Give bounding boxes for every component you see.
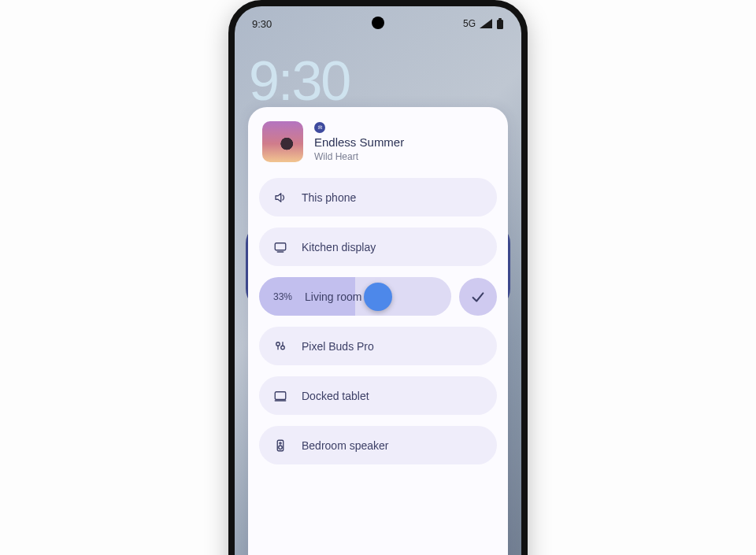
earbuds-icon [273, 339, 287, 353]
tablet-icon [273, 389, 287, 403]
app-logo-icon [314, 122, 325, 133]
phone-frame: 9:30 5G 9:30 [228, 0, 528, 555]
svg-rect-1 [498, 18, 502, 20]
status-bar: 9:30 5G [235, 16, 521, 31]
device-item-kitchen-display[interactable]: Kitchen display [259, 228, 497, 266]
speaker-icon [273, 191, 287, 205]
svg-point-11 [279, 446, 283, 450]
device-label: Kitchen display [302, 241, 376, 253]
device-label: Pixel Buds Pro [302, 340, 374, 353]
battery-icon [496, 18, 504, 29]
device-item-living-room-tv[interactable]: 33% Living room TV [259, 277, 451, 316]
speaker-box-icon [273, 438, 287, 453]
device-label: This phone [302, 191, 356, 204]
track-title: Endless Summer [314, 135, 404, 149]
cellular-icon [480, 19, 492, 28]
device-item-bedroom-speaker[interactable]: Bedroom speaker [259, 426, 497, 464]
device-item-this-phone[interactable]: This phone [259, 178, 497, 216]
display-icon [273, 240, 287, 254]
status-time: 9:30 [252, 18, 272, 30]
device-item-living-room-tv-row: 33% Living room TV [259, 277, 497, 316]
now-playing: Endless Summer Wild Heart [259, 121, 497, 165]
device-label: Bedroom speaker [302, 439, 389, 452]
volume-percent: 33% [273, 291, 294, 302]
screen: 9:30 5G 9:30 [235, 6, 521, 555]
device-item-docked-tablet[interactable]: Docked tablet [259, 376, 497, 415]
svg-rect-0 [497, 20, 503, 29]
confirm-device-button[interactable] [459, 278, 497, 316]
output-switcher-panel: Endless Summer Wild Heart This phone [248, 107, 508, 555]
volume-thumb[interactable] [364, 283, 392, 311]
svg-rect-7 [275, 391, 286, 399]
device-list: This phone Kitchen display 33% [259, 178, 497, 553]
album-art [262, 121, 303, 162]
device-item-pixel-buds[interactable]: Pixel Buds Pro [259, 327, 497, 365]
check-icon [469, 288, 487, 305]
svg-point-10 [280, 442, 281, 443]
svg-rect-3 [275, 242, 286, 250]
track-artist: Wild Heart [314, 151, 404, 162]
status-network: 5G [463, 18, 476, 29]
device-label: Docked tablet [302, 390, 369, 402]
lockscreen-clock: 9:30 [249, 50, 350, 113]
